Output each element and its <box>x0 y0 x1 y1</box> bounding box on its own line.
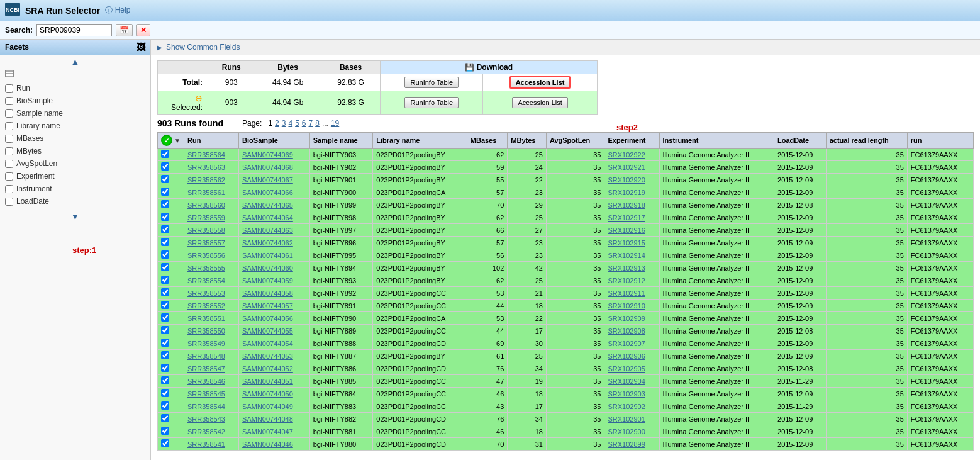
biosample-link-16[interactable]: SAMN00744053 <box>239 350 310 362</box>
experiment-link-1[interactable]: SRX102921 <box>604 161 659 174</box>
row-checkbox-13[interactable] <box>161 313 169 322</box>
sidebar-checkbox-library_name[interactable] <box>5 122 13 130</box>
clear-button[interactable]: ✕ <box>136 24 150 36</box>
biosample-link-10[interactable]: SAMN00744059 <box>239 274 310 287</box>
experiment-link-23[interactable]: SRX102899 <box>604 438 659 451</box>
experiment-link-9[interactable]: SRX102913 <box>604 262 659 274</box>
experiment-link-7[interactable]: SRX102915 <box>604 237 659 249</box>
row-checkbox-2[interactable] <box>161 175 169 183</box>
col-mbytes-header[interactable]: MBytes <box>508 133 547 149</box>
experiment-link-8[interactable]: SRX102914 <box>604 249 659 262</box>
page-3[interactable]: 3 <box>282 119 286 128</box>
sidebar-item-avgspotlen[interactable]: AvgSpotLen <box>0 157 150 170</box>
sidebar-item-biosample[interactable]: BioSample <box>0 94 150 107</box>
run-link-0[interactable]: SRR358564 <box>184 149 238 161</box>
row-checkbox-19[interactable] <box>161 389 169 397</box>
run-link-2[interactable]: SRR358562 <box>184 174 238 186</box>
biosample-link-6[interactable]: SAMN00744063 <box>239 224 310 237</box>
biosample-link-21[interactable]: SAMN00744048 <box>239 413 310 425</box>
row-checkbox-23[interactable] <box>161 439 169 447</box>
biosample-link-18[interactable]: SAMN00744051 <box>239 375 310 388</box>
experiment-link-19[interactable]: SRX102903 <box>604 388 659 400</box>
row-checkbox-0[interactable] <box>161 150 169 158</box>
row-checkbox-18[interactable] <box>161 376 169 384</box>
biosample-link-2[interactable]: SAMN00744067 <box>239 174 310 186</box>
sidebar-item-mbases[interactable]: MBases <box>0 132 150 145</box>
col-mbases-header[interactable]: MBases <box>467 133 508 149</box>
selected-accession-btn[interactable]: Accession List <box>512 97 567 108</box>
biosample-link-5[interactable]: SAMN00744064 <box>239 211 310 224</box>
biosample-link-1[interactable]: SAMN00744068 <box>239 161 310 174</box>
biosample-link-15[interactable]: SAMN00744054 <box>239 337 310 350</box>
row-checkbox-20[interactable] <box>161 401 169 410</box>
run-link-6[interactable]: SRR358558 <box>184 224 238 237</box>
sidebar-item-mbytes[interactable]: MBytes <box>0 145 150 157</box>
biosample-link-8[interactable]: SAMN00744061 <box>239 249 310 262</box>
run-link-5[interactable]: SRR358559 <box>184 211 238 224</box>
run-link-4[interactable]: SRR358560 <box>184 199 238 211</box>
common-fields-link[interactable]: Show Common Fields <box>166 43 240 52</box>
page-7[interactable]: 7 <box>309 119 313 128</box>
row-checkbox-15[interactable] <box>161 339 169 347</box>
row-checkbox-17[interactable] <box>161 364 169 372</box>
run-link-13[interactable]: SRR358551 <box>184 312 238 325</box>
sidebar-checkbox-sample_name[interactable] <box>5 109 13 118</box>
row-checkbox-11[interactable] <box>161 288 169 296</box>
run-link-10[interactable]: SRR358554 <box>184 274 238 287</box>
page-8[interactable]: 8 <box>315 119 320 128</box>
biosample-link-22[interactable]: SAMN00744047 <box>239 425 310 438</box>
experiment-link-2[interactable]: SRX102920 <box>604 174 659 186</box>
selected-runinfo-btn[interactable]: RunInfo Table <box>404 97 459 108</box>
biosample-link-19[interactable]: SAMN00744050 <box>239 388 310 400</box>
biosample-link-14[interactable]: SAMN00744055 <box>239 325 310 337</box>
search-input[interactable] <box>36 24 112 36</box>
row-checkbox-22[interactable] <box>161 427 169 435</box>
experiment-link-5[interactable]: SRX102917 <box>604 211 659 224</box>
experiment-link-21[interactable]: SRX102901 <box>604 413 659 425</box>
run-link-11[interactable]: SRR358553 <box>184 287 238 300</box>
help-link[interactable]: ⓘ Help <box>105 5 130 16</box>
run-link-20[interactable]: SRR358544 <box>184 400 238 413</box>
row-checkbox-6[interactable] <box>161 225 169 233</box>
sidebar-checkbox-mbytes[interactable] <box>5 147 13 155</box>
experiment-link-18[interactable]: SRX102904 <box>604 375 659 388</box>
sidebar-checkbox-avgspotlen[interactable] <box>5 160 13 168</box>
run-link-19[interactable]: SRR358545 <box>184 388 238 400</box>
experiment-link-22[interactable]: SRX102900 <box>604 425 659 438</box>
run-link-1[interactable]: SRR358563 <box>184 161 238 174</box>
biosample-link-23[interactable]: SAMN00744046 <box>239 438 310 451</box>
row-checkbox-5[interactable] <box>161 213 169 221</box>
row-checkbox-21[interactable] <box>161 414 169 422</box>
col-sample-header[interactable]: Sample name <box>309 133 373 149</box>
sidebar-item-experiment[interactable]: Experiment <box>0 170 150 182</box>
sidebar-scroll-down[interactable]: ▼ <box>0 210 150 223</box>
sidebar-scroll-up[interactable]: ▲ <box>0 55 150 68</box>
page-2[interactable]: 2 <box>275 119 279 128</box>
row-checkbox-4[interactable] <box>161 200 169 208</box>
sidebar-item-sample_name[interactable]: Sample name <box>0 107 150 120</box>
experiment-link-11[interactable]: SRX102911 <box>604 287 659 300</box>
facets-icon[interactable]: 🖼 <box>136 42 145 52</box>
experiment-link-6[interactable]: SRX102916 <box>604 224 659 237</box>
run-link-8[interactable]: SRR358556 <box>184 249 238 262</box>
experiment-link-4[interactable]: SRX102918 <box>604 199 659 211</box>
sidebar-item-instrument[interactable]: Instrument <box>0 182 150 195</box>
run-link-18[interactable]: SRR358546 <box>184 375 238 388</box>
experiment-link-15[interactable]: SRX102907 <box>604 337 659 350</box>
col-run2-header[interactable]: run <box>907 133 973 149</box>
run-link-3[interactable]: SRR358561 <box>184 186 238 199</box>
col-instrument-header[interactable]: Instrument <box>659 133 774 149</box>
sort-icon[interactable]: ▼ <box>174 137 181 144</box>
sidebar-checkbox-mbases[interactable] <box>5 135 13 143</box>
row-checkbox-9[interactable] <box>161 263 169 271</box>
page-19[interactable]: 19 <box>331 119 339 128</box>
run-link-22[interactable]: SRR358542 <box>184 425 238 438</box>
experiment-link-13[interactable]: SRX102909 <box>604 312 659 325</box>
row-checkbox-3[interactable] <box>161 188 169 196</box>
experiment-link-14[interactable]: SRX102908 <box>604 325 659 337</box>
col-biosample-header[interactable]: BioSample <box>239 133 310 149</box>
run-link-23[interactable]: SRR358541 <box>184 438 238 451</box>
run-link-15[interactable]: SRR358549 <box>184 337 238 350</box>
select-all-btn[interactable]: ✓ <box>161 135 172 146</box>
biosample-link-9[interactable]: SAMN00744060 <box>239 262 310 274</box>
